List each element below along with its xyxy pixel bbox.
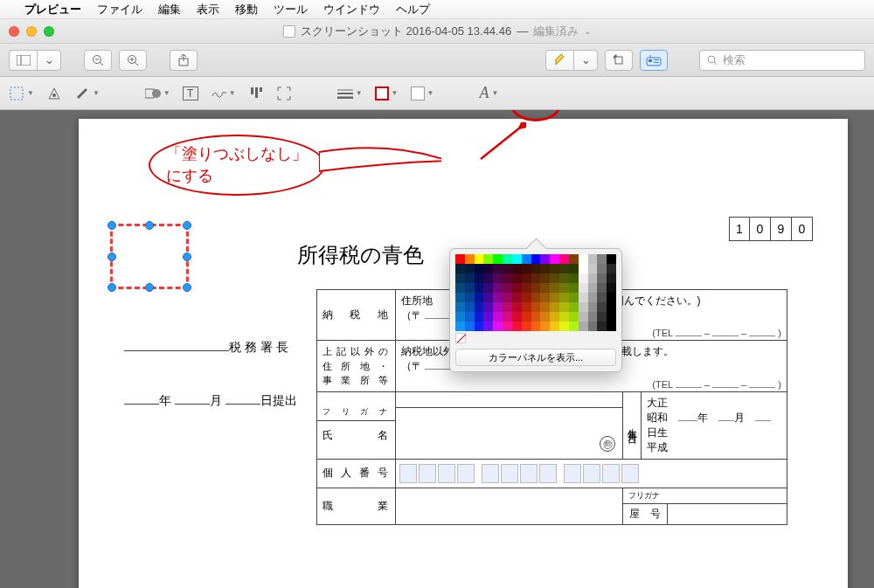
color-swatch[interactable]: [597, 254, 607, 264]
color-swatch[interactable]: [588, 264, 598, 273]
text-tool[interactable]: T: [183, 86, 198, 100]
color-swatch[interactable]: [579, 293, 588, 302]
color-swatch[interactable]: [588, 254, 598, 264]
color-swatch[interactable]: [493, 322, 503, 331]
adjust-size-tool[interactable]: [276, 86, 292, 101]
color-swatch[interactable]: [588, 283, 598, 293]
color-swatch[interactable]: [512, 254, 522, 264]
color-swatch[interactable]: [579, 273, 588, 283]
color-swatch[interactable]: [588, 302, 598, 312]
selected-shape[interactable]: [110, 224, 189, 289]
color-swatch[interactable]: [512, 322, 522, 331]
color-swatch[interactable]: [512, 273, 522, 283]
color-swatch[interactable]: [597, 283, 607, 293]
color-swatch[interactable]: [588, 273, 598, 283]
color-swatch[interactable]: [550, 254, 559, 264]
color-swatch[interactable]: [607, 264, 616, 273]
color-swatch[interactable]: [597, 264, 607, 273]
color-swatch[interactable]: [607, 302, 616, 312]
color-swatch[interactable]: [559, 322, 569, 331]
app-menu[interactable]: プレビュー: [24, 2, 81, 17]
color-swatch[interactable]: [550, 293, 559, 302]
color-swatch[interactable]: [607, 283, 616, 293]
color-swatch[interactable]: [465, 254, 475, 264]
color-swatch[interactable]: [540, 302, 550, 312]
color-swatch[interactable]: [569, 312, 579, 322]
color-swatch[interactable]: [531, 264, 541, 273]
color-swatch[interactable]: [465, 293, 475, 302]
zoom-in-button[interactable]: [119, 50, 147, 71]
color-swatch[interactable]: [550, 264, 559, 273]
color-swatch[interactable]: [493, 283, 503, 293]
color-swatch[interactable]: [455, 273, 465, 283]
menu-window[interactable]: ウインドウ: [323, 2, 380, 17]
color-swatch[interactable]: [475, 322, 484, 331]
resize-handle-ne[interactable]: [183, 221, 191, 230]
color-swatch[interactable]: [475, 254, 484, 264]
color-swatch[interactable]: [531, 293, 541, 302]
color-swatch[interactable]: [597, 312, 607, 322]
color-swatch[interactable]: [465, 322, 475, 331]
document-proxy-icon[interactable]: [283, 25, 295, 38]
adjust-color-tool[interactable]: [248, 86, 264, 101]
color-swatch[interactable]: [503, 302, 512, 312]
text-style-tool[interactable]: A▼: [479, 84, 498, 102]
color-swatch[interactable]: [455, 312, 465, 322]
color-swatch[interactable]: [579, 322, 588, 331]
menu-edit[interactable]: 編集: [158, 2, 181, 17]
color-swatch[interactable]: [540, 322, 550, 331]
color-swatch[interactable]: [493, 264, 503, 273]
color-swatch[interactable]: [512, 293, 522, 302]
color-swatch[interactable]: [475, 273, 484, 283]
color-swatch[interactable]: [522, 264, 531, 273]
color-swatch[interactable]: [475, 302, 484, 312]
color-swatch[interactable]: [465, 264, 475, 273]
color-swatch[interactable]: [559, 273, 569, 283]
color-swatch[interactable]: [607, 254, 616, 264]
color-swatch[interactable]: [597, 293, 607, 302]
menu-tools[interactable]: ツール: [274, 2, 308, 17]
color-swatch[interactable]: [597, 322, 607, 331]
color-swatch[interactable]: [475, 293, 484, 302]
close-button[interactable]: [9, 26, 19, 37]
color-swatch[interactable]: [569, 273, 579, 283]
color-swatch[interactable]: [559, 254, 569, 264]
color-swatch[interactable]: [455, 302, 465, 312]
color-swatch[interactable]: [579, 312, 588, 322]
no-fill-swatch[interactable]: [455, 333, 466, 343]
resize-handle-w[interactable]: [108, 252, 116, 261]
color-swatch[interactable]: [483, 254, 493, 264]
color-swatch[interactable]: [503, 322, 512, 331]
color-swatch[interactable]: [569, 264, 579, 273]
color-swatch[interactable]: [540, 293, 550, 302]
color-swatch[interactable]: [559, 293, 569, 302]
color-swatch[interactable]: [455, 264, 465, 273]
highlight-button[interactable]: [545, 50, 573, 71]
color-swatch[interactable]: [483, 283, 493, 293]
color-swatch[interactable]: [550, 322, 559, 331]
color-swatch[interactable]: [503, 254, 512, 264]
sign-tool[interactable]: ▼: [211, 86, 236, 101]
color-swatch[interactable]: [597, 273, 607, 283]
color-swatch[interactable]: [455, 293, 465, 302]
sketch-tool[interactable]: ▼: [74, 86, 100, 101]
show-color-panel-button[interactable]: カラーパネルを表示...: [455, 349, 616, 366]
color-swatch[interactable]: [493, 312, 503, 322]
color-swatch[interactable]: [483, 312, 493, 322]
color-swatch[interactable]: [579, 283, 588, 293]
zoom-out-button[interactable]: [84, 50, 112, 71]
color-swatch[interactable]: [455, 283, 465, 293]
color-swatch[interactable]: [559, 283, 569, 293]
sidebar-toggle[interactable]: [9, 50, 37, 71]
color-swatch[interactable]: [465, 273, 475, 283]
menu-help[interactable]: ヘルプ: [396, 2, 430, 17]
color-swatch[interactable]: [522, 312, 531, 322]
color-swatch[interactable]: [483, 273, 493, 283]
color-swatch[interactable]: [607, 273, 616, 283]
color-swatch[interactable]: [522, 254, 531, 264]
title-menu-chevron[interactable]: ⌄: [584, 26, 591, 36]
color-swatch[interactable]: [522, 322, 531, 331]
color-swatch[interactable]: [512, 264, 522, 273]
color-swatch[interactable]: [503, 312, 512, 322]
color-swatch[interactable]: [493, 254, 503, 264]
